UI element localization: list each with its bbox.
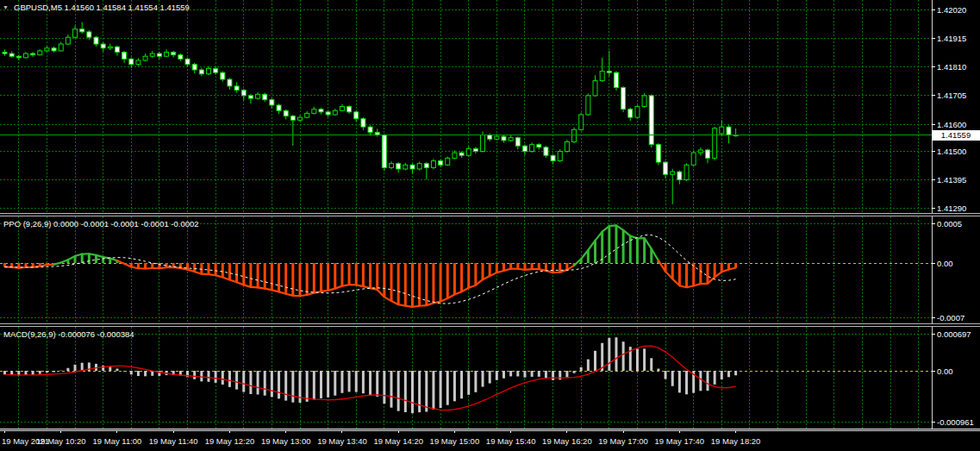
candle-body xyxy=(94,37,98,44)
candle-body xyxy=(150,53,154,56)
candle-body xyxy=(698,150,702,153)
indicator-axis-label: 0.00 xyxy=(937,366,953,376)
ppo-line xyxy=(54,263,61,265)
candle-body xyxy=(551,155,555,160)
candle-body xyxy=(720,127,724,134)
candle-body xyxy=(333,110,337,115)
time-axis-label: 19 May 12:20 xyxy=(205,436,255,446)
candle-body xyxy=(656,145,660,162)
indicator-axis-label: 0.00 xyxy=(937,259,953,268)
candle-body xyxy=(143,56,147,60)
ppo-plot-layer xyxy=(0,216,932,323)
candle-body xyxy=(642,96,646,107)
candle-body xyxy=(390,164,394,168)
candle-body xyxy=(192,65,197,70)
candle-body xyxy=(593,81,597,96)
indicator-axis-label: -0.000961 xyxy=(937,417,974,427)
ppo-line xyxy=(159,267,166,268)
candle-body xyxy=(305,113,309,117)
candle-body xyxy=(59,44,63,51)
candle-body xyxy=(671,172,675,174)
candle-body xyxy=(614,72,618,87)
candle-body xyxy=(206,68,210,73)
candle-body xyxy=(515,138,520,146)
time-axis-label: 19 May 17:40 xyxy=(655,436,705,446)
price-axis-label: 1.41290 xyxy=(937,204,966,213)
candle-body xyxy=(263,94,267,99)
candle-body xyxy=(101,44,105,48)
candle-body xyxy=(31,53,35,55)
candle-body xyxy=(52,48,56,51)
chart-dropdown-icon[interactable]: ▼ xyxy=(3,3,9,12)
candle-body xyxy=(453,153,457,158)
candle-body xyxy=(298,117,303,120)
mt4-chart-window: ▼ GBPUSD,M5 1.41560 1.41584 1.41554 1.41… xyxy=(0,0,980,451)
candle-body xyxy=(368,127,372,132)
price-axis-label: 1.41500 xyxy=(937,147,966,156)
candle-body xyxy=(396,164,401,169)
candle-body xyxy=(115,47,119,52)
indicator-axis-label: -0.0007 xyxy=(937,313,964,323)
price-axis-label: 1.41600 xyxy=(937,120,966,129)
candle-body xyxy=(502,136,506,141)
candle-body xyxy=(466,148,471,155)
time-axis-label: 19 May 15:40 xyxy=(486,436,536,446)
candle-body xyxy=(600,72,604,81)
candle-body xyxy=(635,107,640,118)
ppo-line xyxy=(209,274,215,275)
candle-body xyxy=(9,53,14,56)
candle-body xyxy=(3,53,7,54)
price-axis-label: 1.41810 xyxy=(937,62,966,72)
candle-body xyxy=(290,116,295,121)
candle-body xyxy=(241,91,246,96)
time-axis-label: 19 May 11:00 xyxy=(93,436,142,446)
candle-body xyxy=(495,136,499,139)
macd-plot-layer xyxy=(0,327,932,429)
time-axis-splitter[interactable] xyxy=(0,429,980,431)
candle-body xyxy=(108,47,112,48)
candle-body xyxy=(80,29,84,32)
ppo-line xyxy=(258,287,265,288)
candle-body xyxy=(270,100,274,105)
candle-body xyxy=(410,165,415,169)
price-axis-label: 1.41395 xyxy=(937,175,966,185)
candle-body xyxy=(713,128,717,159)
candle-body xyxy=(579,115,584,129)
candle-body xyxy=(277,105,281,110)
ppo-line xyxy=(398,304,405,305)
ppo-line xyxy=(146,268,153,269)
price-axis-label: 1.41705 xyxy=(937,91,966,100)
candle-body xyxy=(509,138,513,141)
macd-indicator-label: MACD(9,26,9) -0.000076 -0.000384 xyxy=(3,329,134,339)
candle-body xyxy=(706,150,710,158)
candle-body xyxy=(354,112,359,119)
panel-splitter[interactable] xyxy=(0,323,980,327)
candle-body xyxy=(403,165,408,169)
candle-body xyxy=(165,53,169,57)
ppo-line xyxy=(321,291,328,291)
ppo-line xyxy=(251,287,258,288)
candle-body xyxy=(544,147,548,155)
ohlc-readout: 1.41560 1.41584 1.41554 1.41559 xyxy=(65,3,190,12)
ppo-line xyxy=(518,269,525,270)
candle-body xyxy=(530,145,534,152)
panel-splitter[interactable] xyxy=(0,213,980,216)
candle-body xyxy=(558,152,562,161)
candle-body xyxy=(23,53,28,58)
time-axis-label: 19 May 13:00 xyxy=(261,436,311,446)
candle-body xyxy=(185,59,190,64)
ppo-line xyxy=(342,285,349,285)
candle-body xyxy=(228,79,232,86)
candle-body xyxy=(234,86,239,91)
candle-body xyxy=(221,72,225,79)
candle-body xyxy=(439,161,443,166)
indicator-axis-label: 0.000697 xyxy=(937,329,971,339)
candle-body xyxy=(326,112,330,115)
ppo-line xyxy=(405,306,412,307)
candle-body xyxy=(129,59,134,64)
candle-body xyxy=(621,87,626,109)
candle-body xyxy=(424,164,428,168)
main-plot-layer xyxy=(0,0,932,213)
candle-body xyxy=(431,161,435,168)
candle-body xyxy=(361,119,365,127)
